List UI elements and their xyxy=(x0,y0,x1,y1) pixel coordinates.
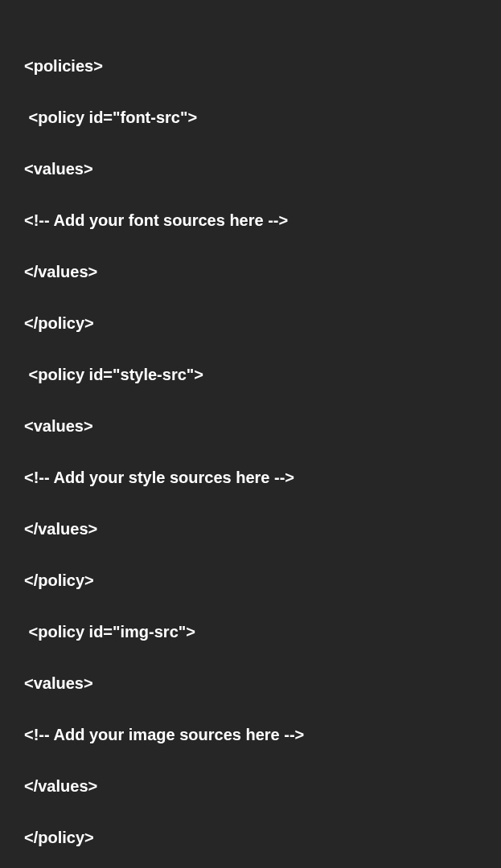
code-block: <policies> <policy id="font-src"> <value… xyxy=(24,27,477,868)
code-line: </values> xyxy=(24,259,477,285)
code-line: <values> xyxy=(24,156,477,182)
code-line: <values> xyxy=(24,413,477,439)
code-line: </policy> xyxy=(24,567,477,593)
code-line: <policy id="img-src"> xyxy=(24,619,477,645)
code-line: </values> xyxy=(24,773,477,799)
code-line: <policy id="font-src"> xyxy=(24,104,477,130)
code-line: <values> xyxy=(24,670,477,696)
code-line: <!-- Add your image sources here --> xyxy=(24,722,477,747)
code-line: </policy> xyxy=(24,825,477,850)
code-line: </policy> xyxy=(24,310,477,336)
code-line: <!-- Add your font sources here --> xyxy=(24,207,477,233)
code-line: <policies> xyxy=(24,53,477,79)
code-line: <policy id="style-src"> xyxy=(24,362,477,387)
code-line: <!-- Add your style sources here --> xyxy=(24,465,477,490)
code-line: </values> xyxy=(24,516,477,542)
